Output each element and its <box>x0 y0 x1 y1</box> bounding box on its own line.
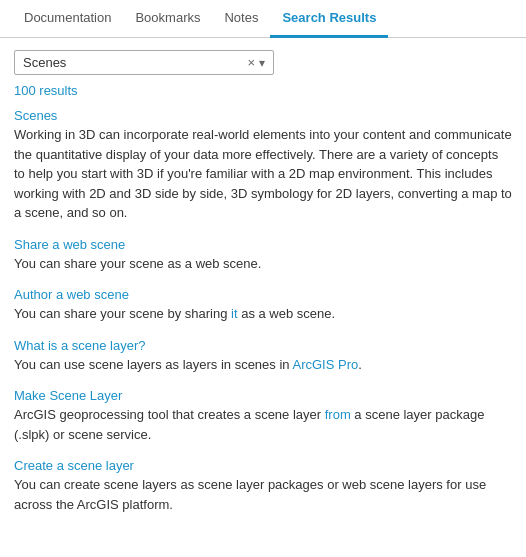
result-title-scenes[interactable]: Scenes <box>14 108 57 123</box>
link-it[interactable]: it <box>231 306 238 321</box>
result-desc-share-web-scene: You can share your scene as a web scene. <box>14 254 512 274</box>
result-item-scenes: Scenes Working in 3D can incorporate rea… <box>14 108 512 223</box>
result-title-author-web-scene[interactable]: Author a web scene <box>14 287 129 302</box>
result-count: 100 results <box>14 83 512 98</box>
result-title-share-web-scene[interactable]: Share a web scene <box>14 237 125 252</box>
result-title-what-is-scene-layer[interactable]: What is a scene layer? <box>14 338 146 353</box>
search-input[interactable] <box>23 55 247 70</box>
result-desc-author-web-scene: You can share your scene by sharing it a… <box>14 304 512 324</box>
result-title-create-scene-layer[interactable]: Create a scene layer <box>14 458 134 473</box>
search-dropdown-icon[interactable]: ▾ <box>259 56 265 70</box>
result-item-create-scene-layer: Create a scene layer You can create scen… <box>14 458 512 514</box>
search-results-content: × ▾ 100 results Scenes Working in 3D can… <box>0 38 526 540</box>
result-desc-what-is-scene-layer: You can use scene layers as layers in sc… <box>14 355 512 375</box>
link-from[interactable]: from <box>325 407 351 422</box>
result-item-author-web-scene: Author a web scene You can share your sc… <box>14 287 512 324</box>
tab-documentation[interactable]: Documentation <box>12 0 123 38</box>
nav-tabs: Documentation Bookmarks Notes Search Res… <box>0 0 526 38</box>
result-title-make-scene-layer[interactable]: Make Scene Layer <box>14 388 122 403</box>
result-desc-make-scene-layer: ArcGIS geoprocessing tool that creates a… <box>14 405 512 444</box>
link-arcgis-pro[interactable]: ArcGIS Pro <box>292 357 358 372</box>
result-desc-scenes: Working in 3D can incorporate real-world… <box>14 125 512 223</box>
tab-search-results[interactable]: Search Results <box>270 0 388 38</box>
search-bar: × ▾ <box>14 50 274 75</box>
result-desc-create-scene-layer: You can create scene layers as scene lay… <box>14 475 512 514</box>
result-item-what-is-scene-layer: What is a scene layer? You can use scene… <box>14 338 512 375</box>
search-clear-icon[interactable]: × <box>247 55 255 70</box>
result-item-make-scene-layer: Make Scene Layer ArcGIS geoprocessing to… <box>14 388 512 444</box>
tab-notes[interactable]: Notes <box>212 0 270 38</box>
result-item-share-web-scene: Share a web scene You can share your sce… <box>14 237 512 274</box>
tab-bookmarks[interactable]: Bookmarks <box>123 0 212 38</box>
